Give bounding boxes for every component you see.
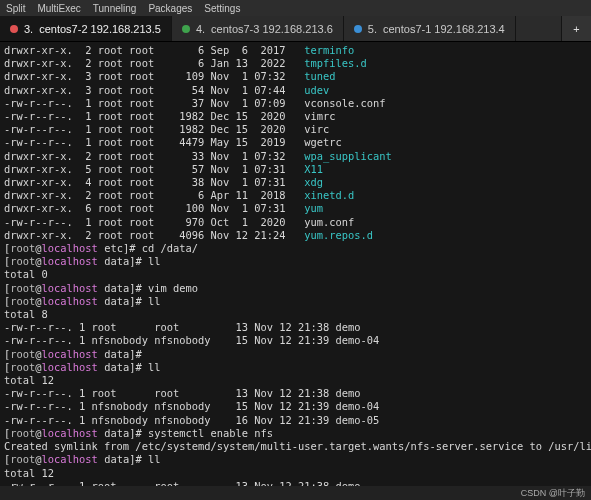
tab-index: 4. — [196, 23, 205, 35]
tab-label: centos7-2 192.168.213.5 — [39, 23, 161, 35]
menu-item-split[interactable]: Split — [6, 3, 25, 14]
menu-item-tunneling[interactable]: Tunneling — [93, 3, 137, 14]
tab-centos7-3[interactable]: 4.centos7-3 192.168.213.6 — [172, 16, 344, 41]
status-dot-icon — [182, 25, 190, 33]
new-tab-button[interactable]: + — [561, 16, 591, 41]
tab-index: 5. — [368, 23, 377, 35]
tab-index: 3. — [24, 23, 33, 35]
menubar: SplitMultiExecTunnelingPackagesSettings — [0, 0, 591, 16]
menu-item-multiexec[interactable]: MultiExec — [37, 3, 80, 14]
status-dot-icon — [354, 25, 362, 33]
status-dot-icon — [10, 25, 18, 33]
tab-centos7-2[interactable]: 3.centos7-2 192.168.213.5 — [0, 16, 172, 41]
watermark-text: CSDN @叶子勤 — [521, 487, 585, 500]
tab-bar: 3.centos7-2 192.168.213.54.centos7-3 192… — [0, 16, 591, 42]
tab-centos7-1[interactable]: 5.centos7-1 192.168.213.4 — [344, 16, 516, 41]
tab-label: centos7-3 192.168.213.6 — [211, 23, 333, 35]
menu-item-packages[interactable]: Packages — [148, 3, 192, 14]
watermark-footer: CSDN @叶子勤 — [0, 486, 591, 500]
tab-label: centos7-1 192.168.213.4 — [383, 23, 505, 35]
menu-item-settings[interactable]: Settings — [204, 3, 240, 14]
terminal-output[interactable]: drwxr-xr-x. 2 root root 6 Sep 6 2017 ter… — [0, 42, 591, 486]
